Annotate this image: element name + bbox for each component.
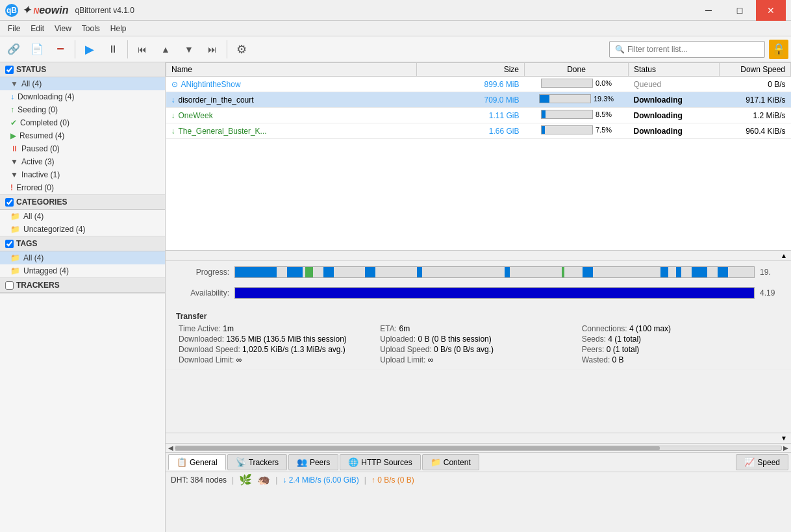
transfer-row-3: Download Speed: 1,020.5 KiB/s (1.3 MiB/s…: [176, 344, 781, 355]
play-icon: ▶: [10, 131, 16, 140]
trackers-icon: 📡: [236, 457, 246, 467]
transfer-title: Transfer: [176, 312, 781, 321]
add-link-button[interactable]: 🔗: [3, 38, 25, 60]
transfer-row-2: Downloaded: 136.5 MiB (136.5 MiB this se…: [176, 334, 781, 344]
col-status[interactable]: Status: [629, 63, 720, 77]
scroll-down-arrow[interactable]: ▼: [777, 435, 791, 442]
scroll-up-arrow[interactable]: ▲: [777, 252, 791, 259]
sidebar-item-paused-label: Paused (0): [21, 144, 160, 153]
menu-view[interactable]: View: [49, 23, 77, 34]
tab-trackers[interactable]: 📡 Trackers: [227, 454, 287, 470]
horiz-scrollbar-track[interactable]: [175, 446, 782, 451]
sidebar-item-paused[interactable]: ⏸ Paused (0): [0, 142, 165, 155]
tags-section-header[interactable]: TAGS: [0, 236, 165, 251]
torrent-done: 7.5%: [525, 123, 629, 139]
transfer-cell: Wasted: 0 B: [579, 355, 781, 365]
transfer-cell: Download Speed: 1,020.5 KiB/s (1.3 MiB/s…: [176, 344, 377, 355]
content-area: Name Size Done Status Down Speed ⊙ANight…: [166, 62, 791, 532]
tab-general[interactable]: 📋 General: [168, 454, 226, 470]
tab-peers[interactable]: 👥 Peers: [288, 454, 338, 470]
separator-3: [227, 40, 227, 58]
sidebar-item-seeding[interactable]: ↑ Seeding (0): [0, 103, 165, 116]
sidebar-item-active[interactable]: ▼ Active (3): [0, 155, 165, 168]
transfer-section: Transfer Time Active: 1m ETA: 6m: [166, 308, 791, 370]
table-row[interactable]: ↓disorder_in_the_court709.0 MiB 19.3% Do…: [166, 92, 791, 108]
table-row[interactable]: ↓The_General_Buster_K...1.66 GiB 7.5% Do…: [166, 123, 791, 139]
torrent-name: OneWeek: [179, 111, 213, 120]
brand-logo: ✦ Neowin: [22, 4, 68, 16]
lock-icon[interactable]: 🔒: [769, 40, 788, 59]
table-row[interactable]: ↓OneWeek1.11 GiB 8.5% Downloading1.2 MiB…: [166, 108, 791, 123]
maximize-button[interactable]: □: [725, 0, 755, 21]
col-size[interactable]: Size: [417, 63, 525, 77]
sidebar-item-completed[interactable]: ✔ Completed (0): [0, 116, 165, 129]
move-top-button[interactable]: ⏮: [131, 38, 153, 60]
move-up-button[interactable]: ▲: [155, 38, 177, 60]
categories-section: CATEGORIES 📁 All (4) 📁 Uncategorized (4): [0, 195, 165, 236]
status-section-header[interactable]: STATUS: [0, 62, 165, 77]
horizontal-scrollbar[interactable]: ◀ ▶: [166, 443, 791, 452]
sidebar-item-all[interactable]: ▼ All (4): [0, 77, 165, 90]
remove-button[interactable]: −: [49, 38, 71, 60]
scroll-left-arrow[interactable]: ◀: [167, 444, 175, 451]
wasted-key: Wasted:: [582, 355, 612, 364]
up-speed: ↑ 0 B/s (0 B): [371, 475, 414, 485]
trackers-checkbox[interactable]: [5, 281, 14, 290]
tab-speed[interactable]: 📈 Speed: [736, 454, 788, 470]
sidebar-item-downloading[interactable]: ↓ Downloading (4): [0, 90, 165, 103]
settings-button[interactable]: ⚙: [231, 38, 253, 60]
scroll-right-arrow[interactable]: ▶: [782, 444, 790, 451]
torrent-name: disorder_in_the_court: [179, 95, 254, 105]
col-name[interactable]: Name: [166, 63, 417, 77]
ul-speed-key: Upload Speed:: [380, 345, 434, 354]
torrent-size: 709.0 MiB: [417, 92, 525, 108]
torrent-done: 8.5%: [525, 108, 629, 123]
trackers-label: TRACKERS: [16, 281, 60, 290]
window-title: qBittorrent v4.1.0: [75, 6, 694, 15]
seeds-key: Seeds:: [582, 335, 609, 344]
minimize-button[interactable]: ─: [694, 0, 723, 21]
search-input[interactable]: [627, 45, 759, 54]
col-down-speed[interactable]: Down Speed: [720, 63, 791, 77]
sidebar-cat-uncategorized[interactable]: 📁 Uncategorized (4): [0, 223, 165, 236]
resume-button[interactable]: ▶: [79, 38, 101, 60]
dht-nodes: DHT: 384 nodes: [171, 475, 227, 485]
sidebar-tag-untagged[interactable]: 📁 Untagged (4): [0, 264, 165, 277]
menu-help[interactable]: Help: [105, 23, 132, 34]
status-checkbox[interactable]: [5, 66, 14, 74]
categories-section-header[interactable]: CATEGORIES: [0, 195, 165, 210]
torrent-table-wrapper[interactable]: Name Size Done Status Down Speed ⊙ANight…: [166, 62, 791, 251]
titlebar: qB ✦ Neowin qBittorrent v4.1.0 ─ □ ✕: [0, 0, 791, 21]
categories-checkbox[interactable]: [5, 198, 14, 207]
menu-file[interactable]: File: [3, 23, 25, 34]
close-button[interactable]: ✕: [756, 0, 786, 21]
sidebar-item-errored[interactable]: ! Errored (0): [0, 181, 165, 194]
detail-panel: ▲ Progress:: [166, 251, 791, 472]
move-bottom-button[interactable]: ⏭: [201, 38, 223, 60]
pause-button[interactable]: ⏸: [102, 38, 124, 60]
connections-key: Connections:: [582, 324, 629, 333]
detail-scroll-wrapper[interactable]: Progress:: [166, 261, 791, 433]
tab-http-sources[interactable]: 🌐 HTTP Sources: [340, 454, 420, 470]
detail-content: ▲ Progress:: [166, 251, 791, 443]
sidebar-cat-all[interactable]: 📁 All (4): [0, 210, 165, 223]
sidebar-item-resumed-label: Resumed (4): [19, 131, 160, 140]
move-down-button[interactable]: ▼: [178, 38, 200, 60]
transfer-cell: Download Limit: ∞: [176, 355, 377, 365]
torrent-done: 19.3%: [525, 92, 629, 108]
menu-edit[interactable]: Edit: [25, 23, 49, 34]
trackers-section-header[interactable]: TRACKERS: [0, 278, 165, 293]
tags-checkbox[interactable]: [5, 240, 14, 248]
menu-tools[interactable]: Tools: [77, 23, 105, 34]
table-row[interactable]: ⊙ANightintheShow899.6 MiB 0.0% Queued0 B…: [166, 77, 791, 92]
tab-content[interactable]: 📁 Content: [422, 454, 479, 470]
sidebar-item-inactive[interactable]: ▼ Inactive (1): [0, 168, 165, 181]
folder-icon-untagged: 📁: [10, 266, 20, 275]
horiz-scrollbar-thumb[interactable]: [175, 446, 660, 450]
col-done[interactable]: Done: [525, 63, 629, 77]
sidebar-item-resumed[interactable]: ▶ Resumed (4): [0, 129, 165, 142]
add-file-button[interactable]: 📄: [26, 38, 48, 60]
row-status-icon: ⊙: [171, 80, 178, 89]
sidebar-tag-all[interactable]: 📁 All (4): [0, 251, 165, 264]
wasted-val: 0 B: [612, 355, 624, 364]
